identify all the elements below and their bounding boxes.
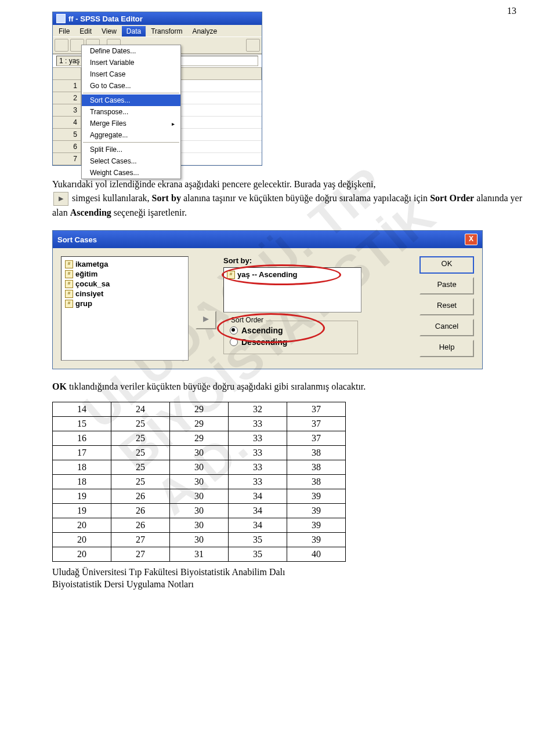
- table-cell: 35: [229, 533, 287, 547]
- table-cell: 39: [287, 533, 346, 547]
- table-cell: 17: [53, 446, 111, 460]
- table-cell: 33: [229, 446, 287, 460]
- sortby-listbox[interactable]: # yaş -- Ascending: [223, 267, 361, 312]
- variables-listbox[interactable]: #ikametga #eğitim #çocuk_sa #cinsiyet #g…: [61, 256, 189, 361]
- row-header[interactable]: 7: [53, 153, 81, 165]
- menu-file[interactable]: File: [54, 26, 74, 37]
- menu-item-weight-cases[interactable]: Weight Cases...: [82, 167, 180, 179]
- table-cell: 38: [287, 475, 346, 489]
- menu-item-split-file[interactable]: Split File...: [82, 144, 180, 155]
- sortby-item[interactable]: # yaş -- Ascending: [226, 270, 359, 279]
- row-header[interactable]: 2: [53, 92, 81, 104]
- row-header-corner: [53, 68, 81, 80]
- para2-ok: OK: [52, 381, 67, 391]
- menu-analyze[interactable]: Analyze: [187, 26, 222, 37]
- table-cell: 27: [111, 533, 170, 547]
- dialog-titlebar: Sort Cases X: [53, 231, 482, 248]
- table-cell: 40: [287, 547, 346, 562]
- row-header[interactable]: 5: [53, 129, 81, 141]
- table-row: 1725303338: [53, 446, 346, 460]
- footer-line-1: Uludağ Üniversitesi Tıp Fakültesi Biyois…: [52, 566, 522, 579]
- ok-button[interactable]: OK: [419, 256, 474, 274]
- help-button[interactable]: Help: [419, 340, 474, 357]
- table-cell: 33: [229, 431, 287, 446]
- variable-item: #çocuk_sa: [64, 279, 186, 289]
- para1-line1: Yukarıdaki yol izlendiğinde ekrana aşağı…: [52, 179, 376, 189]
- table-cell: 30: [170, 475, 229, 489]
- table-row: 1825303338: [53, 460, 346, 475]
- row-headers: 1 2 3 4 5 6 7: [53, 68, 81, 165]
- table-row: 1926303439: [53, 504, 346, 518]
- sort-order-groupbox: Sort Order Ascending Descending: [223, 321, 358, 354]
- dialog-title: Sort Cases: [57, 235, 97, 244]
- menu-item-transpose[interactable]: Transpose...: [82, 106, 180, 118]
- para1-bold1: Sort by: [152, 193, 181, 203]
- move-right-icon: ▶: [53, 192, 68, 206]
- table-cell: 39: [287, 504, 346, 518]
- table-cell: 25: [111, 431, 170, 446]
- table-cell: 30: [170, 446, 229, 460]
- close-button[interactable]: X: [465, 234, 478, 245]
- paragraph-1: Yukarıdaki yol izlendiğinde ekrana aşağı…: [52, 177, 522, 220]
- menu-transform[interactable]: Transform: [146, 26, 187, 37]
- variable-item: #eğitim: [64, 269, 186, 279]
- cancel-button[interactable]: Cancel: [419, 319, 474, 336]
- menu-item-goto-case[interactable]: Go to Case...: [82, 80, 180, 92]
- table-cell: 34: [229, 489, 287, 504]
- toolbar-open-icon[interactable]: [55, 39, 68, 52]
- variable-item: #ikametga: [64, 259, 186, 269]
- menu-item-insert-variable[interactable]: Insert Variable: [82, 57, 180, 68]
- paragraph-2: OK tıklandığında veriler küçükten büyüğe…: [52, 380, 522, 394]
- row-header[interactable]: 4: [53, 117, 81, 129]
- table-row: 1525293337: [53, 417, 346, 431]
- menu-data[interactable]: Data: [122, 26, 146, 37]
- table-cell: 37: [287, 402, 346, 417]
- app-icon: [56, 14, 66, 23]
- table-cell: 19: [53, 504, 111, 518]
- table-cell: 30: [170, 504, 229, 518]
- sort-cases-dialog: Sort Cases X #ikametga #eğitim #çocuk_sa…: [52, 230, 483, 369]
- table-cell: 37: [287, 417, 346, 431]
- menu-item-aggregate[interactable]: Aggregate...: [82, 129, 180, 141]
- dialog-body: #ikametga #eğitim #çocuk_sa #cinsiyet #g…: [53, 248, 482, 369]
- table-row: 1424293237: [53, 402, 346, 417]
- table-cell: 25: [111, 446, 170, 460]
- editor-grid: 1 2 3 4 5 6 7 ya eğit Define Dates... In…: [53, 68, 262, 165]
- table-cell: 29: [170, 417, 229, 431]
- table-cell: 27: [111, 547, 170, 562]
- radio-descending[interactable]: Descending: [230, 336, 352, 348]
- table-cell: 20: [53, 518, 111, 533]
- row-header[interactable]: 1: [53, 80, 81, 92]
- table-cell: 26: [111, 489, 170, 504]
- para2-rest: tıklandığında veriler küçükten büyüğe do…: [67, 381, 366, 391]
- table-cell: 31: [170, 547, 229, 562]
- table-cell: 38: [287, 446, 346, 460]
- spss-titlebar: ff - SPSS Data Editor: [53, 12, 262, 25]
- radio-ascending[interactable]: Ascending: [230, 325, 352, 336]
- table-cell: 25: [111, 417, 170, 431]
- row-header[interactable]: 6: [53, 141, 81, 153]
- table-cell: 32: [229, 402, 287, 417]
- menu-edit[interactable]: Edit: [75, 26, 96, 37]
- menu-item-select-cases[interactable]: Select Cases...: [82, 155, 180, 167]
- table-cell: 30: [170, 460, 229, 475]
- menu-item-insert-case[interactable]: Insert Case: [82, 68, 180, 80]
- table-cell: 24: [111, 402, 170, 417]
- move-variable-button[interactable]: ▶: [196, 311, 216, 329]
- table-cell: 26: [111, 504, 170, 518]
- menu-item-merge-files[interactable]: Merge Files: [82, 118, 180, 129]
- row-header[interactable]: 3: [53, 104, 81, 117]
- menu-view[interactable]: View: [97, 26, 121, 37]
- table-cell: 38: [287, 460, 346, 475]
- page: 13 ULUDAĞ Ü. TIP BİYOİSTATİSTİK A.D. ff …: [0, 0, 557, 602]
- variable-icon: #: [65, 260, 73, 268]
- paste-button[interactable]: Paste: [419, 277, 474, 295]
- reset-button[interactable]: Reset: [419, 298, 474, 315]
- variable-icon: #: [65, 280, 73, 288]
- table-cell: 25: [111, 460, 170, 475]
- table-cell: 19: [53, 489, 111, 504]
- menu-item-sort-cases[interactable]: Sort Cases...: [82, 94, 180, 106]
- menu-item-define-dates[interactable]: Define Dates...: [82, 45, 180, 57]
- para1-mid1: alanına taşınır ve küçükten büyüğe doğru…: [183, 193, 430, 203]
- toolbar-help-icon[interactable]: [246, 39, 260, 52]
